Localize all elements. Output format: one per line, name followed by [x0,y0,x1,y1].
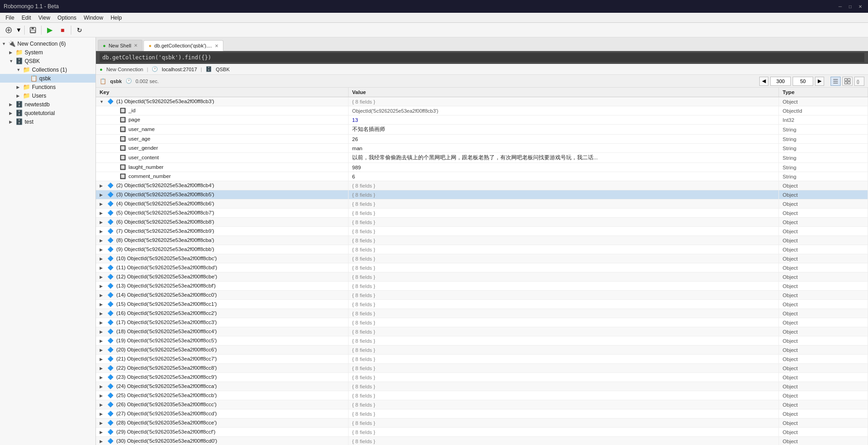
tab-query[interactable]: ● db.getCollection('qsbk').... ✕ [143,40,223,51]
expand-icon-obj[interactable]: ▶ [100,211,106,215]
table-row[interactable]: ▶ 🔷 (6) ObjectId('5c9262025e53ea2f00ff8c… [96,218,868,227]
menu-window[interactable]: Window [80,13,107,22]
table-row[interactable]: 🔲 laught_number 989 String [96,163,868,172]
expand-icon-obj[interactable]: ▶ [100,202,106,206]
table-row[interactable]: 🔲 user_gender man String [96,144,868,153]
menu-file[interactable]: File [2,13,18,22]
maximize-button[interactable]: □ [846,2,854,10]
save-button[interactable] [27,25,39,36]
per-page-input[interactable] [793,77,813,86]
expand-icon-obj[interactable]: ▶ [100,257,106,261]
expand-icon-obj[interactable]: ▶ [100,284,106,288]
expand-icon-obj[interactable]: ▶ [100,339,106,343]
table-row[interactable]: ▶ 🔷 (23) ObjectId('5c9262025e53ea2f00ff8… [96,373,868,382]
table-row[interactable]: ▶ 🔷 (30) ObjectId('5c9262035e53ea2f00ff8… [96,437,868,445]
expand-icon-obj[interactable]: ▶ [100,266,106,270]
dropdown-arrow-button[interactable]: ▼ [16,25,22,36]
expand-arrow-qsbk-db[interactable]: ▼ [9,59,16,63]
expand-icon-obj[interactable]: ▶ [100,320,106,325]
stop-button[interactable]: ■ [57,25,69,36]
table-row[interactable]: 🔲 user_name 不知名插画师 String [96,125,868,135]
table-row[interactable]: ▶ 🔷 (19) ObjectId('5c9262025e53ea2f00ff8… [96,336,868,346]
expand-icon-obj[interactable]: ▶ [100,421,106,425]
expand-icon-obj[interactable]: ▶ [100,357,106,361]
table-row[interactable]: ▶ 🔷 (22) ObjectId('5c9262025e53ea2f00ff8… [96,364,868,373]
expand-arrow-newtestdb[interactable]: ▶ [9,102,16,107]
expand-icon-obj[interactable]: ▶ [100,238,106,243]
table-row[interactable]: 🔲 comment_number 6 String [96,172,868,181]
table-row[interactable]: 🔲 user_content 以前，我经常偷偷跑去镇上的个黑网吧上网，跟老板老熟… [96,153,868,163]
sidebar-item-qsbk-db[interactable]: ▼ 🗄️ QSBK [0,57,95,65]
table-row[interactable]: ▶ 🔷 (29) ObjectId('5c9262035e53ea2f00ff8… [96,428,868,437]
json-view-button[interactable]: {} [854,77,864,86]
expand-icon-obj[interactable]: ▶ [100,348,106,352]
expand-icon-obj[interactable]: ▶ [100,375,106,380]
tab-new-shell[interactable]: ● New Shell ✕ [98,40,143,51]
table-row[interactable]: ▶ 🔷 (26) ObjectId('5c9262035e53ea2f00ff8… [96,400,868,409]
expand-icon-obj[interactable]: ▶ [100,229,106,234]
expand-arrow-users[interactable]: ▶ [16,94,23,98]
execute-button[interactable]: ▶ [44,25,56,36]
expand-icon-obj[interactable]: ▶ [100,430,106,435]
expand-icon-obj[interactable]: ▶ [100,302,106,307]
table-row[interactable]: ▶ 🔷 (8) ObjectId('5c9262025e53ea2f00ff8c… [96,236,868,245]
table-row[interactable]: ▶ 🔷 (10) ObjectId('5c9262025e53ea2f00ff8… [96,254,868,263]
expand-icon-obj[interactable]: ▶ [100,393,106,398]
menu-edit[interactable]: Edit [18,13,35,22]
menu-options[interactable]: Options [54,13,80,22]
table-row[interactable]: 🔲 page 13 Int32 [96,115,868,125]
expand-arrow-functions[interactable]: ▶ [16,85,23,89]
page-input[interactable] [770,77,791,86]
table-row[interactable]: ▶ 🔷 (21) ObjectId('5c9262025e53ea2f00ff8… [96,355,868,364]
tree-view-button[interactable] [831,77,841,86]
expand-icon-obj[interactable]: ▶ [100,275,106,279]
prev-page-button[interactable]: ◀ [759,77,768,86]
expand-icon-obj[interactable]: ▶ [100,247,106,252]
table-row[interactable]: 🔲 user_age 26 String [96,135,868,144]
expand-arrow-quotetutorial[interactable]: ▶ [9,111,16,115]
table-row[interactable]: ▶ 🔷 (11) ObjectId('5c9262025e53ea2f00ff8… [96,263,868,272]
refresh-button[interactable]: ↻ [74,25,85,36]
table-row[interactable]: ▼ 🔷 (1) ObjectId('5c9262025e53ea2f00ff8c… [96,97,868,106]
expand-icon-obj[interactable]: ▶ [100,293,106,298]
table-row[interactable]: ▶ 🔷 (27) ObjectId('5c9262035e53ea2f00ff8… [96,409,868,419]
table-row[interactable]: ▶ 🔷 (3) ObjectId('5c9262025e53ea2f00ff8c… [96,190,868,199]
expand-arrow-test[interactable]: ▶ [9,120,16,124]
sidebar-item-quotetutorial[interactable]: ▶ 🗄️ quotetutorial [0,109,95,117]
table-row[interactable]: ▶ 🔷 (17) ObjectId('5c9262025e53ea2f00ff8… [96,318,868,327]
expand-arrow-collections[interactable]: ▼ [16,68,23,72]
table-row[interactable]: ▶ 🔷 (7) ObjectId('5c9262025e53ea2f00ff8c… [96,227,868,236]
table-row[interactable]: ▶ 🔷 (12) ObjectId('5c9262025e53ea2f00ff8… [96,272,868,282]
sidebar-item-collections[interactable]: ▼ 📁 Collections (1) [0,65,95,74]
table-row[interactable]: ▶ 🔷 (9) ObjectId('5c9262025e53ea2f00ff8c… [96,245,868,254]
expand-arrow-system[interactable]: ▶ [9,50,16,55]
tab-new-shell-close[interactable]: ✕ [134,43,138,48]
expand-icon-obj[interactable]: ▶ [100,330,106,334]
expand-icon-obj[interactable]: ▶ [100,366,106,371]
results-area[interactable]: Key Value Type ▼ 🔷 (1) ObjectId('5c92620… [96,88,868,445]
minimize-button[interactable]: ─ [836,2,844,10]
expand-icon-obj[interactable]: ▶ [100,183,106,188]
expand-icon-obj[interactable]: ▶ [100,220,106,225]
sidebar-item-test[interactable]: ▶ 🗄️ test [0,117,95,126]
sidebar-item-system[interactable]: ▶ 📁 System [0,48,95,57]
expand-icon-obj[interactable]: ▶ [100,193,106,197]
table-row[interactable]: ▶ 🔷 (4) ObjectId('5c9262025e53ea2f00ff8c… [96,199,868,209]
table-row[interactable]: ▶ 🔷 (25) ObjectId('5c9262025e53ea2f00ff8… [96,391,868,400]
expand-icon-obj[interactable]: ▶ [100,412,106,416]
expand-arrow-new-connection[interactable]: ▼ [2,42,8,46]
query-input[interactable] [100,53,864,62]
sidebar-item-functions[interactable]: ▶ 📁 Functions [0,83,95,91]
sidebar-item-users[interactable]: ▶ 📁 Users [0,91,95,100]
table-view-button[interactable] [842,77,852,86]
expand-icon-obj[interactable]: ▶ [100,311,106,316]
table-row[interactable]: ▶ 🔷 (16) ObjectId('5c9262025e53ea2f00ff8… [96,309,868,318]
sidebar-item-new-connection[interactable]: ▼ 🔌 New Connection (6) [0,39,95,48]
table-row[interactable]: 🔲 _id ObjectId('5c9262025e53ea2f00ff8cb3… [96,106,868,115]
new-connection-button[interactable] [3,25,15,36]
table-row[interactable]: ▶ 🔷 (28) ObjectId('5c9262035e53ea2f00ff8… [96,419,868,428]
expand-icon-1[interactable]: ▼ [100,99,106,104]
table-row[interactable]: ▶ 🔷 (13) ObjectId('5c9262025e53ea2f00ff8… [96,282,868,291]
table-row[interactable]: ▶ 🔷 (24) ObjectId('5c9262025e53ea2f00ff8… [96,382,868,391]
close-button[interactable]: ✕ [856,2,864,10]
